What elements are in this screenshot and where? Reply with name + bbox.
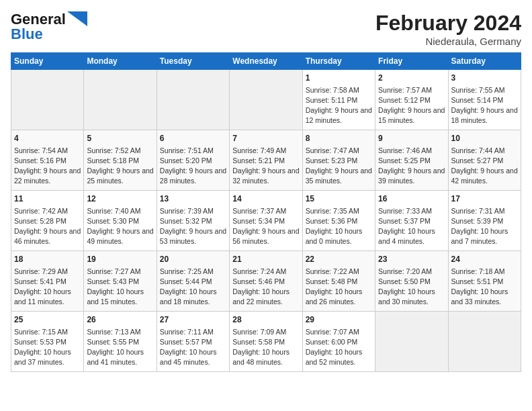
- calendar-cell: 20Sunrise: 7:25 AM Sunset: 5:44 PM Dayli…: [157, 251, 229, 312]
- logo: General Blue: [11, 11, 87, 43]
- day-number: 11: [14, 193, 81, 205]
- day-number: 23: [378, 254, 445, 265]
- cell-content: Sunrise: 7:13 AM Sunset: 5:55 PM Dayligh…: [87, 327, 153, 368]
- column-header-sunday: Sunday: [11, 53, 84, 70]
- logo-arrow-icon: [67, 11, 87, 26]
- calendar-row: 4Sunrise: 7:54 AM Sunset: 5:16 PM Daylig…: [11, 130, 521, 191]
- cell-content: Sunrise: 7:49 AM Sunset: 5:21 PM Dayligh…: [232, 146, 299, 187]
- day-number: 10: [451, 133, 518, 144]
- calendar-table: SundayMondayTuesdayWednesdayThursdayFrid…: [11, 52, 521, 372]
- logo-blue-text: Blue: [11, 26, 43, 43]
- calendar-cell: 28Sunrise: 7:09 AM Sunset: 5:58 PM Dayli…: [230, 312, 302, 372]
- day-number: 12: [87, 193, 153, 205]
- calendar-cell: 26Sunrise: 7:13 AM Sunset: 5:55 PM Dayli…: [84, 312, 157, 372]
- calendar-cell: [230, 70, 302, 130]
- day-number: 21: [232, 254, 299, 265]
- cell-content: Sunrise: 7:31 AM Sunset: 5:39 PM Dayligh…: [451, 206, 518, 247]
- day-number: 16: [378, 193, 445, 205]
- cell-content: Sunrise: 7:52 AM Sunset: 5:18 PM Dayligh…: [87, 146, 153, 187]
- calendar-cell: 23Sunrise: 7:20 AM Sunset: 5:50 PM Dayli…: [375, 251, 448, 312]
- calendar-cell: 5Sunrise: 7:52 AM Sunset: 5:18 PM Daylig…: [84, 130, 157, 191]
- calendar-row: 1Sunrise: 7:58 AM Sunset: 5:11 PM Daylig…: [11, 70, 521, 130]
- cell-content: Sunrise: 7:33 AM Sunset: 5:37 PM Dayligh…: [378, 206, 445, 247]
- day-number: 24: [451, 254, 518, 265]
- calendar-cell: 27Sunrise: 7:11 AM Sunset: 5:57 PM Dayli…: [157, 312, 229, 372]
- cell-content: Sunrise: 7:42 AM Sunset: 5:28 PM Dayligh…: [14, 206, 81, 247]
- day-number: 25: [14, 314, 81, 326]
- calendar-cell: 9Sunrise: 7:46 AM Sunset: 5:25 PM Daylig…: [375, 130, 448, 191]
- calendar-cell: 7Sunrise: 7:49 AM Sunset: 5:21 PM Daylig…: [230, 130, 302, 191]
- day-number: 17: [451, 193, 518, 205]
- calendar-cell: 29Sunrise: 7:07 AM Sunset: 6:00 PM Dayli…: [302, 312, 375, 372]
- calendar-cell: 16Sunrise: 7:33 AM Sunset: 5:37 PM Dayli…: [375, 191, 448, 251]
- page-header: General Blue February 2024 Niederaula, G…: [11, 11, 521, 47]
- column-header-monday: Monday: [84, 53, 157, 70]
- day-number: 13: [160, 193, 226, 205]
- calendar-cell: 11Sunrise: 7:42 AM Sunset: 5:28 PM Dayli…: [11, 191, 84, 251]
- day-number: 1: [306, 73, 372, 84]
- column-header-saturday: Saturday: [448, 53, 521, 70]
- cell-content: Sunrise: 7:44 AM Sunset: 5:27 PM Dayligh…: [451, 146, 518, 187]
- day-number: 9: [378, 133, 445, 144]
- calendar-header-row: SundayMondayTuesdayWednesdayThursdayFrid…: [11, 53, 521, 70]
- calendar-cell: 12Sunrise: 7:40 AM Sunset: 5:30 PM Dayli…: [84, 191, 157, 251]
- calendar-row: 18Sunrise: 7:29 AM Sunset: 5:41 PM Dayli…: [11, 251, 521, 312]
- calendar-cell: 21Sunrise: 7:24 AM Sunset: 5:46 PM Dayli…: [230, 251, 302, 312]
- day-number: 7: [232, 133, 299, 144]
- calendar-cell: 1Sunrise: 7:58 AM Sunset: 5:11 PM Daylig…: [302, 70, 375, 130]
- cell-content: Sunrise: 7:20 AM Sunset: 5:50 PM Dayligh…: [378, 267, 445, 308]
- day-number: 5: [87, 133, 153, 144]
- page-title: February 2024: [375, 11, 521, 36]
- title-area: February 2024 Niederaula, Germany: [375, 11, 521, 47]
- column-header-friday: Friday: [375, 53, 448, 70]
- svg-marker-0: [67, 11, 87, 26]
- calendar-cell: 22Sunrise: 7:22 AM Sunset: 5:48 PM Dayli…: [302, 251, 375, 312]
- day-number: 15: [306, 193, 372, 205]
- page-subtitle: Niederaula, Germany: [375, 36, 521, 47]
- calendar-cell: 19Sunrise: 7:27 AM Sunset: 5:43 PM Dayli…: [84, 251, 157, 312]
- calendar-cell: 2Sunrise: 7:57 AM Sunset: 5:12 PM Daylig…: [375, 70, 448, 130]
- cell-content: Sunrise: 7:22 AM Sunset: 5:48 PM Dayligh…: [306, 267, 372, 308]
- cell-content: Sunrise: 7:51 AM Sunset: 5:20 PM Dayligh…: [160, 146, 226, 187]
- calendar-cell: 13Sunrise: 7:39 AM Sunset: 5:32 PM Dayli…: [157, 191, 229, 251]
- column-header-tuesday: Tuesday: [157, 53, 229, 70]
- day-number: 2: [378, 73, 445, 84]
- calendar-cell: 18Sunrise: 7:29 AM Sunset: 5:41 PM Dayli…: [11, 251, 84, 312]
- day-number: 27: [160, 314, 226, 326]
- calendar-cell: 8Sunrise: 7:47 AM Sunset: 5:23 PM Daylig…: [302, 130, 375, 191]
- cell-content: Sunrise: 7:25 AM Sunset: 5:44 PM Dayligh…: [160, 267, 226, 308]
- calendar-cell: 4Sunrise: 7:54 AM Sunset: 5:16 PM Daylig…: [11, 130, 84, 191]
- day-number: 28: [232, 314, 299, 326]
- calendar-cell: 6Sunrise: 7:51 AM Sunset: 5:20 PM Daylig…: [157, 130, 229, 191]
- column-header-wednesday: Wednesday: [230, 53, 302, 70]
- calendar-row: 25Sunrise: 7:15 AM Sunset: 5:53 PM Dayli…: [11, 312, 521, 372]
- calendar-cell: 3Sunrise: 7:55 AM Sunset: 5:14 PM Daylig…: [448, 70, 521, 130]
- cell-content: Sunrise: 7:29 AM Sunset: 5:41 PM Dayligh…: [14, 267, 81, 308]
- calendar-cell: 10Sunrise: 7:44 AM Sunset: 5:27 PM Dayli…: [448, 130, 521, 191]
- day-number: 20: [160, 254, 226, 265]
- day-number: 29: [306, 314, 372, 326]
- cell-content: Sunrise: 7:11 AM Sunset: 5:57 PM Dayligh…: [160, 327, 226, 368]
- day-number: 22: [306, 254, 372, 265]
- day-number: 14: [232, 193, 299, 205]
- day-number: 3: [451, 73, 518, 84]
- calendar-cell: 25Sunrise: 7:15 AM Sunset: 5:53 PM Dayli…: [11, 312, 84, 372]
- calendar-cell: [448, 312, 521, 372]
- column-header-thursday: Thursday: [302, 53, 375, 70]
- day-number: 19: [87, 254, 153, 265]
- day-number: 6: [160, 133, 226, 144]
- cell-content: Sunrise: 7:46 AM Sunset: 5:25 PM Dayligh…: [378, 146, 445, 187]
- day-number: 4: [14, 133, 81, 144]
- cell-content: Sunrise: 7:58 AM Sunset: 5:11 PM Dayligh…: [306, 85, 372, 126]
- cell-content: Sunrise: 7:55 AM Sunset: 5:14 PM Dayligh…: [451, 85, 518, 126]
- cell-content: Sunrise: 7:07 AM Sunset: 6:00 PM Dayligh…: [306, 327, 372, 368]
- cell-content: Sunrise: 7:39 AM Sunset: 5:32 PM Dayligh…: [160, 206, 226, 247]
- cell-content: Sunrise: 7:24 AM Sunset: 5:46 PM Dayligh…: [232, 267, 299, 308]
- calendar-cell: 14Sunrise: 7:37 AM Sunset: 5:34 PM Dayli…: [230, 191, 302, 251]
- cell-content: Sunrise: 7:57 AM Sunset: 5:12 PM Dayligh…: [378, 85, 445, 126]
- calendar-cell: 17Sunrise: 7:31 AM Sunset: 5:39 PM Dayli…: [448, 191, 521, 251]
- calendar-cell: [84, 70, 157, 130]
- calendar-cell: [375, 312, 448, 372]
- cell-content: Sunrise: 7:09 AM Sunset: 5:58 PM Dayligh…: [232, 327, 299, 368]
- cell-content: Sunrise: 7:18 AM Sunset: 5:51 PM Dayligh…: [451, 267, 518, 308]
